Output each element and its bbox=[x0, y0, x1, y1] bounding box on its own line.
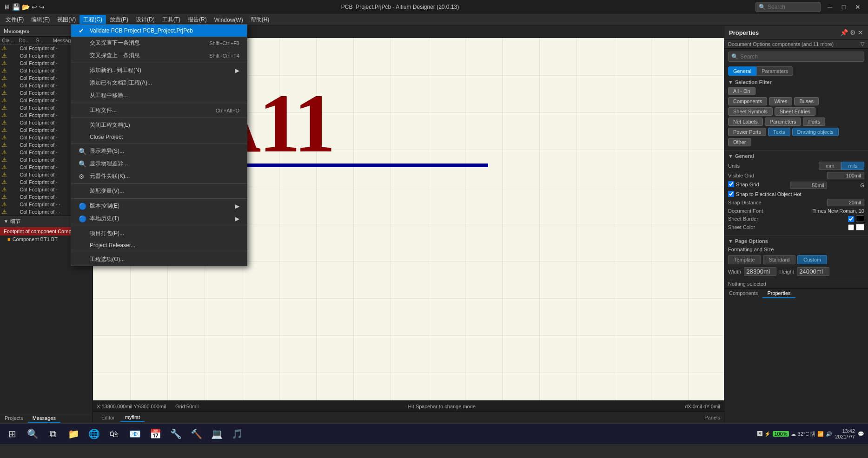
msg-row[interactable]: ⚠Col Footprint of · ·13: 20: 29 bbox=[0, 208, 93, 216]
filter-ports[interactable]: Ports bbox=[803, 118, 825, 126]
msg-row[interactable]: ⚠Col Footprint of ·13 bbox=[0, 74, 93, 82]
menu-tools[interactable]: 工具(T) bbox=[159, 15, 184, 25]
msg-row[interactable]: ⚠Col Footprint of ·13 bbox=[0, 156, 93, 164]
msg-row[interactable]: ⚠Col Footprint of ·13 bbox=[0, 59, 93, 67]
close-props-icon[interactable]: ✕ bbox=[858, 29, 863, 36]
close-button[interactable]: ✕ bbox=[851, 2, 864, 12]
sheet-color-swatch[interactable] bbox=[856, 224, 864, 230]
filter-drawing-objects[interactable]: Drawing objects bbox=[792, 128, 839, 136]
mail-button[interactable]: 📧 bbox=[126, 425, 143, 442]
menu-view[interactable]: 视图(V) bbox=[53, 15, 80, 25]
calendar-button[interactable]: 📅 bbox=[147, 425, 164, 442]
menu-help[interactable]: 帮助(H) bbox=[247, 15, 273, 25]
msg-row[interactable]: ⚠Col Footprint of ·13 bbox=[0, 45, 93, 52]
nav-tab-myfirst[interactable]: myfirst bbox=[120, 413, 145, 422]
sheet-border-checkbox[interactable] bbox=[848, 216, 854, 222]
canvas-area[interactable]: PA11 bbox=[93, 38, 724, 400]
props-search-input[interactable] bbox=[740, 53, 861, 60]
props-tab-properties[interactable]: Properties bbox=[762, 289, 795, 298]
start-button[interactable]: ⊞ bbox=[4, 425, 20, 442]
msg-row[interactable]: ⚠Col Footprint of ·13 bbox=[0, 104, 93, 111]
filter-other[interactable]: Other bbox=[728, 138, 751, 146]
msg-row[interactable]: ⚠Col Footprint of ·13 bbox=[0, 67, 93, 74]
highlighted-message[interactable]: Footprint of component Component bbox=[0, 227, 93, 236]
msg-row[interactable]: ⚠Col Footprint of ·13 bbox=[0, 178, 93, 186]
title-search-box[interactable]: 🔍 bbox=[755, 2, 821, 12]
menu-design[interactable]: 设计(D) bbox=[132, 15, 159, 25]
filter-power-ports[interactable]: Power Ports bbox=[728, 128, 766, 136]
menu-project[interactable]: 工程(C) bbox=[80, 15, 106, 25]
tab-general[interactable]: General bbox=[728, 66, 756, 76]
file-explorer-button[interactable]: 📁 bbox=[65, 425, 82, 442]
props-tab-components[interactable]: Components bbox=[724, 289, 762, 298]
msg-row[interactable]: ⚠Col Footprint of ·13 bbox=[0, 149, 93, 156]
msg-row[interactable]: ⚠Col Footprint of ·13 bbox=[0, 82, 93, 89]
msg-row[interactable]: ⚠Col Footprint of ·13 bbox=[0, 119, 93, 126]
filter-buses[interactable]: Buses bbox=[794, 97, 819, 105]
settings-icon[interactable]: ⚙ bbox=[850, 29, 856, 36]
redo-icon[interactable]: ↪ bbox=[39, 3, 45, 11]
visible-grid-value[interactable]: 100mil bbox=[827, 172, 864, 179]
format-custom[interactable]: Custom bbox=[797, 255, 827, 264]
menu-reports[interactable]: 报告(R) bbox=[184, 15, 211, 25]
menu-edit[interactable]: 编辑(E) bbox=[27, 15, 53, 25]
snap-distance-value[interactable]: 20mil bbox=[827, 199, 864, 206]
notification-icon[interactable]: 💬 bbox=[858, 431, 864, 437]
minimize-button[interactable]: ─ bbox=[823, 2, 836, 12]
filter-wires[interactable]: Wires bbox=[769, 97, 792, 105]
filter-net-labels[interactable]: Net Labels bbox=[728, 118, 763, 126]
unit-mils[interactable]: mils bbox=[841, 162, 864, 170]
msg-row[interactable]: ⚠Col Footprint of · ·13: 20: 28 bbox=[0, 201, 93, 208]
app4-icon[interactable]: 🎵 bbox=[229, 425, 245, 442]
msg-row[interactable]: ⚠Col Footprint of ·13 bbox=[0, 111, 93, 119]
search-button[interactable]: 🔍 bbox=[24, 425, 41, 442]
msg-row[interactable]: ⚠Col Footprint of ·13 bbox=[0, 141, 93, 149]
menu-file[interactable]: 文件(F) bbox=[2, 15, 27, 25]
filter-sheet-symbols[interactable]: Sheet Symbols bbox=[728, 107, 773, 116]
msg-row[interactable]: ⚠Col Footprint of ·13 bbox=[0, 89, 93, 97]
msg-row[interactable]: ⚠Col Footprint of ·13 bbox=[0, 186, 93, 193]
format-standard[interactable]: Standard bbox=[763, 255, 796, 264]
filter-components[interactable]: Components bbox=[728, 97, 767, 105]
filter-texts[interactable]: Texts bbox=[768, 128, 790, 136]
nav-tab-projects[interactable]: Projects bbox=[0, 414, 28, 423]
msg-row[interactable]: ⚠Col Footprint of ·13 bbox=[0, 97, 93, 104]
app2-icon[interactable]: 🔨 bbox=[188, 425, 205, 442]
browser-button[interactable]: 🌐 bbox=[86, 425, 102, 442]
filter-icon[interactable]: ▽ bbox=[861, 41, 864, 47]
msg-row[interactable]: ⚠Col Footprint of ·13 bbox=[0, 52, 93, 59]
altium-icon[interactable]: 🔧 bbox=[167, 425, 184, 442]
sheet-border-color[interactable] bbox=[856, 216, 864, 222]
maximize-button[interactable]: □ bbox=[837, 2, 850, 12]
task-view-button[interactable]: ⧉ bbox=[45, 425, 61, 442]
tab-schematic[interactable]: myfirst.SchDoc × bbox=[95, 28, 143, 38]
snap-grid-checkbox[interactable] bbox=[728, 181, 734, 187]
snap-grid-value[interactable]: 50mil bbox=[790, 182, 827, 189]
tab-parameters[interactable]: Parameters bbox=[756, 66, 793, 76]
sheet-color-checkbox[interactable] bbox=[848, 224, 854, 230]
width-input[interactable] bbox=[744, 267, 776, 276]
filter-parameters[interactable]: Parameters bbox=[765, 118, 802, 126]
msg-row[interactable]: ⚠Col Footprint of ·13 bbox=[0, 171, 93, 178]
menu-place[interactable]: 放置(P) bbox=[106, 15, 132, 25]
store-button[interactable]: 🛍 bbox=[106, 425, 123, 442]
panels-label[interactable]: Panels bbox=[704, 415, 720, 420]
msg-row[interactable]: ⚠Col Footprint of ·13 bbox=[0, 193, 93, 201]
snap-electrical-checkbox[interactable] bbox=[728, 191, 734, 197]
msg-row[interactable]: ⚠Col Footprint of ·13 bbox=[0, 134, 93, 141]
undo-icon[interactable]: ↩ bbox=[32, 3, 37, 11]
app3-icon[interactable]: 💻 bbox=[208, 425, 225, 442]
unit-mm[interactable]: mm bbox=[819, 162, 841, 170]
nav-tab-editor[interactable]: Editor bbox=[97, 414, 119, 421]
msg-row[interactable]: ⚠Col Footprint of ·13 bbox=[0, 126, 93, 134]
pin-icon[interactable]: 📌 bbox=[840, 29, 848, 36]
menu-window[interactable]: Window(W) bbox=[211, 15, 247, 25]
title-search-input[interactable] bbox=[768, 4, 817, 10]
height-input[interactable] bbox=[797, 267, 829, 276]
props-search-box[interactable]: 🔍 bbox=[728, 52, 864, 62]
filter-all-on[interactable]: All - On bbox=[728, 87, 755, 95]
nav-tab-messages[interactable]: Messages bbox=[28, 414, 60, 423]
format-template[interactable]: Template bbox=[728, 255, 761, 264]
msg-row[interactable]: ⚠Col Footprint of ·13 bbox=[0, 164, 93, 171]
filter-sheet-entries[interactable]: Sheet Entries bbox=[775, 107, 815, 116]
